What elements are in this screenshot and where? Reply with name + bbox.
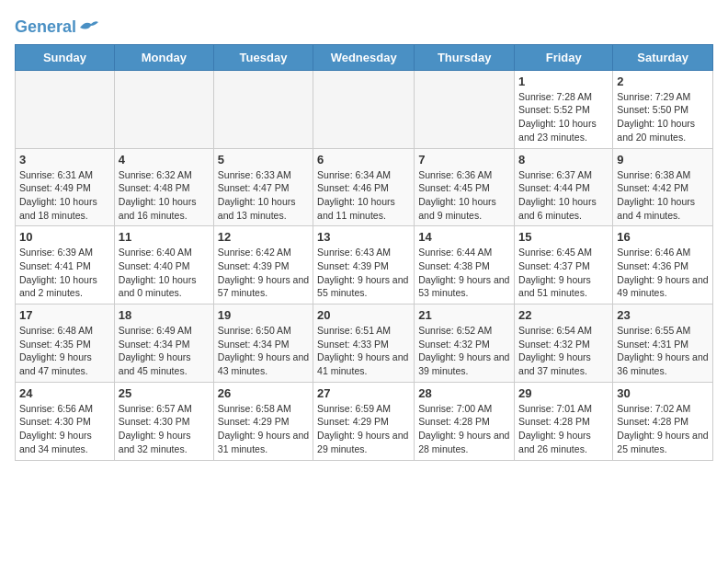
- day-number: 3: [19, 153, 110, 167]
- day-header-saturday: Saturday: [613, 44, 713, 70]
- day-header-tuesday: Tuesday: [213, 44, 313, 70]
- calendar-day: 13Sunrise: 6:43 AMSunset: 4:39 PMDayligh…: [313, 226, 415, 304]
- day-info: Sunrise: 6:51 AMSunset: 4:33 PMDaylight:…: [317, 324, 410, 378]
- calendar-day: 23Sunrise: 6:55 AMSunset: 4:31 PMDayligh…: [613, 304, 713, 383]
- day-number: 17: [19, 308, 110, 322]
- day-number: 14: [418, 230, 510, 244]
- calendar-week-3: 10Sunrise: 6:39 AMSunset: 4:41 PMDayligh…: [16, 226, 713, 304]
- calendar-day: 8Sunrise: 6:37 AMSunset: 4:44 PMDaylight…: [515, 148, 613, 226]
- calendar-table: SundayMondayTuesdayWednesdayThursdayFrid…: [15, 44, 713, 461]
- day-info: Sunrise: 6:38 AMSunset: 4:42 PMDaylight:…: [617, 168, 709, 223]
- day-number: 5: [218, 153, 309, 167]
- day-info: Sunrise: 6:31 AMSunset: 4:49 PMDaylight:…: [19, 168, 110, 223]
- calendar-week-1: 1Sunrise: 7:28 AMSunset: 5:52 PMDaylight…: [16, 70, 713, 148]
- day-number: 28: [418, 386, 510, 400]
- calendar-day: 29Sunrise: 7:01 AMSunset: 4:28 PMDayligh…: [515, 382, 613, 460]
- calendar-day: 17Sunrise: 6:48 AMSunset: 4:35 PMDayligh…: [16, 304, 115, 383]
- calendar-day: 10Sunrise: 6:39 AMSunset: 4:41 PMDayligh…: [16, 226, 115, 304]
- day-info: Sunrise: 6:44 AMSunset: 4:38 PMDaylight:…: [418, 246, 510, 300]
- day-info: Sunrise: 6:55 AMSunset: 4:31 PMDaylight:…: [617, 324, 709, 378]
- day-number: 13: [317, 230, 410, 244]
- calendar-day: 24Sunrise: 6:56 AMSunset: 4:30 PMDayligh…: [16, 382, 115, 460]
- day-header-monday: Monday: [114, 44, 213, 70]
- day-number: 4: [119, 153, 210, 167]
- calendar-day: 27Sunrise: 6:59 AMSunset: 4:29 PMDayligh…: [313, 382, 415, 460]
- calendar-week-5: 24Sunrise: 6:56 AMSunset: 4:30 PMDayligh…: [16, 382, 713, 460]
- day-header-wednesday: Wednesday: [313, 44, 415, 70]
- day-number: 6: [317, 153, 410, 167]
- calendar-day: 19Sunrise: 6:50 AMSunset: 4:34 PMDayligh…: [213, 304, 313, 383]
- day-info: Sunrise: 6:43 AMSunset: 4:39 PMDaylight:…: [317, 246, 410, 300]
- day-header-friday: Friday: [515, 44, 613, 70]
- day-info: Sunrise: 6:59 AMSunset: 4:29 PMDaylight:…: [317, 402, 410, 456]
- logo-bird-icon: [78, 18, 98, 33]
- day-info: Sunrise: 6:56 AMSunset: 4:30 PMDaylight:…: [19, 402, 110, 456]
- day-number: 16: [617, 230, 709, 244]
- calendar-day: 5Sunrise: 6:33 AMSunset: 4:47 PMDaylight…: [213, 148, 313, 226]
- calendar-day: 28Sunrise: 7:00 AMSunset: 4:28 PMDayligh…: [415, 382, 515, 460]
- calendar-day: 1Sunrise: 7:28 AMSunset: 5:52 PMDaylight…: [515, 70, 613, 148]
- calendar-day: [213, 70, 313, 148]
- calendar-week-2: 3Sunrise: 6:31 AMSunset: 4:49 PMDaylight…: [16, 148, 713, 226]
- day-info: Sunrise: 7:29 AMSunset: 5:50 PMDaylight:…: [617, 90, 709, 144]
- day-number: 19: [218, 308, 309, 322]
- day-info: Sunrise: 6:32 AMSunset: 4:48 PMDaylight:…: [119, 168, 210, 223]
- day-number: 30: [617, 386, 709, 400]
- logo: General: [15, 18, 98, 37]
- day-number: 26: [218, 386, 309, 400]
- day-number: 8: [518, 153, 609, 167]
- day-info: Sunrise: 6:49 AMSunset: 4:34 PMDaylight:…: [119, 324, 210, 378]
- header: General: [15, 15, 713, 37]
- day-info: Sunrise: 7:01 AMSunset: 4:28 PMDaylight:…: [518, 402, 609, 456]
- day-info: Sunrise: 6:34 AMSunset: 4:46 PMDaylight:…: [317, 168, 410, 223]
- day-info: Sunrise: 6:54 AMSunset: 4:32 PMDaylight:…: [518, 324, 609, 378]
- day-info: Sunrise: 6:39 AMSunset: 4:41 PMDaylight:…: [19, 246, 110, 300]
- calendar-day: 18Sunrise: 6:49 AMSunset: 4:34 PMDayligh…: [114, 304, 213, 383]
- calendar-day: 6Sunrise: 6:34 AMSunset: 4:46 PMDaylight…: [313, 148, 415, 226]
- calendar-day: [415, 70, 515, 148]
- calendar-day: [313, 70, 415, 148]
- calendar-day: 2Sunrise: 7:29 AMSunset: 5:50 PMDaylight…: [613, 70, 713, 148]
- day-number: 12: [218, 230, 309, 244]
- day-info: Sunrise: 6:42 AMSunset: 4:39 PMDaylight:…: [218, 246, 309, 300]
- day-info: Sunrise: 6:58 AMSunset: 4:29 PMDaylight:…: [218, 402, 309, 456]
- calendar-day: 14Sunrise: 6:44 AMSunset: 4:38 PMDayligh…: [415, 226, 515, 304]
- day-number: 25: [119, 386, 210, 400]
- day-info: Sunrise: 6:36 AMSunset: 4:45 PMDaylight:…: [418, 168, 510, 223]
- day-number: 29: [518, 386, 609, 400]
- day-number: 24: [19, 386, 110, 400]
- day-number: 18: [119, 308, 210, 322]
- day-info: Sunrise: 6:45 AMSunset: 4:37 PMDaylight:…: [518, 246, 609, 300]
- calendar-day: 7Sunrise: 6:36 AMSunset: 4:45 PMDaylight…: [415, 148, 515, 226]
- day-number: 11: [119, 230, 210, 244]
- calendar-day: 3Sunrise: 6:31 AMSunset: 4:49 PMDaylight…: [16, 148, 115, 226]
- day-info: Sunrise: 6:37 AMSunset: 4:44 PMDaylight:…: [518, 168, 609, 223]
- day-number: 27: [317, 386, 410, 400]
- day-info: Sunrise: 6:52 AMSunset: 4:32 PMDaylight:…: [418, 324, 510, 378]
- day-info: Sunrise: 7:00 AMSunset: 4:28 PMDaylight:…: [418, 402, 510, 456]
- day-info: Sunrise: 7:28 AMSunset: 5:52 PMDaylight:…: [518, 90, 609, 144]
- calendar-day: 12Sunrise: 6:42 AMSunset: 4:39 PMDayligh…: [213, 226, 313, 304]
- calendar-day: [114, 70, 213, 148]
- calendar-day: 4Sunrise: 6:32 AMSunset: 4:48 PMDaylight…: [114, 148, 213, 226]
- day-info: Sunrise: 6:33 AMSunset: 4:47 PMDaylight:…: [218, 168, 309, 223]
- day-number: 7: [418, 153, 510, 167]
- day-number: 23: [617, 308, 709, 322]
- day-info: Sunrise: 7:02 AMSunset: 4:28 PMDaylight:…: [617, 402, 709, 456]
- calendar-day: 9Sunrise: 6:38 AMSunset: 4:42 PMDaylight…: [613, 148, 713, 226]
- day-number: 22: [518, 308, 609, 322]
- day-header-sunday: Sunday: [16, 44, 115, 70]
- day-number: 2: [617, 75, 709, 88]
- day-number: 21: [418, 308, 510, 322]
- day-number: 1: [518, 75, 609, 88]
- calendar-day: 30Sunrise: 7:02 AMSunset: 4:28 PMDayligh…: [613, 382, 713, 460]
- calendar-day: 20Sunrise: 6:51 AMSunset: 4:33 PMDayligh…: [313, 304, 415, 383]
- calendar-week-4: 17Sunrise: 6:48 AMSunset: 4:35 PMDayligh…: [16, 304, 713, 383]
- calendar-day: 16Sunrise: 6:46 AMSunset: 4:36 PMDayligh…: [613, 226, 713, 304]
- day-number: 15: [518, 230, 609, 244]
- day-number: 10: [19, 230, 110, 244]
- calendar-day: 21Sunrise: 6:52 AMSunset: 4:32 PMDayligh…: [415, 304, 515, 383]
- day-info: Sunrise: 6:46 AMSunset: 4:36 PMDaylight:…: [617, 246, 709, 300]
- day-header-thursday: Thursday: [415, 44, 515, 70]
- calendar-day: [16, 70, 115, 148]
